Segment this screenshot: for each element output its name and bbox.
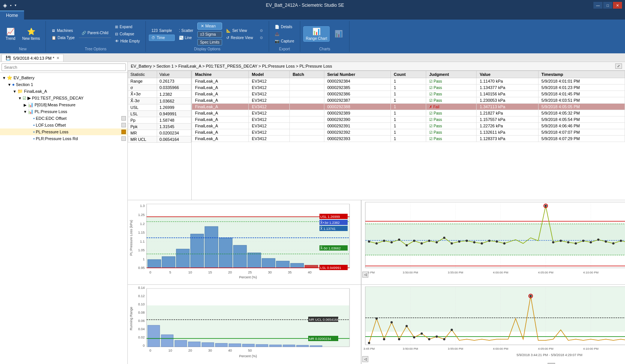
gear-button[interactable]: ⚙ bbox=[257, 27, 266, 34]
sigma3-button[interactable]: ±3 Sigma bbox=[197, 31, 222, 38]
tree-item-ev-battery[interactable]: ▼ ⭐ EV_Battery bbox=[0, 74, 127, 81]
tree-item-finalleak[interactable]: ▼ 📁 FinalLeak_A bbox=[0, 88, 127, 95]
new-items-button[interactable]: ⭐ New Items bbox=[20, 26, 42, 42]
tree-item-section1[interactable]: ▼ ● Section 1 bbox=[0, 81, 127, 88]
spec-limits-button[interactable]: Spec Limits bbox=[197, 39, 222, 45]
tree-item-lof[interactable]: ▪ LOF:Loss Offset bbox=[0, 122, 127, 128]
svg-text:3:55:00 PM: 3:55:00 PM bbox=[448, 271, 463, 274]
svg-point-131 bbox=[473, 241, 475, 243]
tree-item-p01[interactable]: ▼ ☑ ▶ P01:TEST_PRESS_DECAY bbox=[0, 95, 127, 101]
data-type-button[interactable]: 📋 Data Type bbox=[49, 35, 77, 41]
section-icon: ● bbox=[12, 82, 15, 87]
svg-text:4:10:00 PM: 4:10:00 PM bbox=[583, 347, 599, 350]
expand-p018[interactable]: ▶ bbox=[23, 103, 28, 107]
line-label: Line bbox=[185, 36, 192, 40]
collapse-button[interactable]: ⊟ Collapse bbox=[112, 31, 142, 37]
document-tab[interactable]: 💾 5/9/2018 4:40:13 PM * ✕ bbox=[2, 54, 64, 62]
doc-tab-close[interactable]: ✕ bbox=[56, 56, 59, 60]
checkbox-p01[interactable]: ☑ bbox=[23, 96, 26, 101]
table-row[interactable]: FinalLeak_A EV3412 0000292391 1 ☑ Pass 1… bbox=[192, 123, 625, 129]
data-table: MachineModelBatchSerial NumberCountJudgm… bbox=[192, 71, 625, 142]
column-header: Count bbox=[390, 71, 426, 78]
parent-child-button[interactable]: 🔗 Parent-Child bbox=[79, 30, 111, 36]
stat-name: X̄+3σ bbox=[128, 91, 157, 98]
table-row[interactable]: FinalLeak_A EV3412 0000292392 1 ☑ Pass 1… bbox=[192, 129, 625, 136]
stat-name: MR UCL bbox=[128, 136, 157, 143]
svg-rect-76 bbox=[229, 344, 241, 347]
details-button[interactable]: 📄 Details bbox=[272, 24, 297, 30]
table-row[interactable]: FinalLeak_A EV3412 0000292393 1 ☑ Pass 1… bbox=[192, 136, 625, 142]
svg-text:0.02: 0.02 bbox=[138, 335, 145, 339]
ribbon-group-export-content: 📄 Details 📤 📷 Capture bbox=[272, 22, 297, 46]
expand-button[interactable]: ⊞ Expand bbox=[112, 24, 142, 30]
machine-cell: FinalLeak_A bbox=[192, 78, 249, 85]
time-button[interactable]: ⏱ Time bbox=[149, 35, 175, 41]
tree-item-pl-leaf[interactable]: ▪ PL:Pressure Loss bbox=[0, 128, 127, 135]
table-row[interactable]: FinalLeak_A EV3412 0000292387 1 ☑ Pass 1… bbox=[192, 97, 625, 104]
expand-finalleak[interactable]: ▼ bbox=[12, 89, 17, 94]
svg-text:1.15: 1.15 bbox=[138, 231, 145, 234]
sample-button[interactable]: 123 Sample bbox=[149, 27, 175, 34]
svg-point-134 bbox=[496, 240, 498, 243]
table-row[interactable]: FinalLeak_A EV3412 0000292384 1 ☑ Pass 1… bbox=[192, 78, 625, 85]
timestamp-cell: 5/9/2018 4:03:51 PM bbox=[538, 97, 625, 104]
svg-point-188 bbox=[375, 317, 378, 320]
table-row[interactable]: FinalLeak_A EV3412 0000292386 1 ☑ Pass 1… bbox=[192, 91, 625, 97]
tree-label-finalleak: FinalLeak_A bbox=[24, 89, 47, 94]
mean-button[interactable]: ✕ Mean bbox=[197, 23, 222, 30]
tab-home[interactable]: Home bbox=[0, 11, 24, 20]
scatter-button[interactable]: ⁚ Scatter bbox=[176, 27, 196, 34]
table-row[interactable]: FinalLeak_A EV3412 0000292389 1 ☑ Pass 1… bbox=[192, 110, 625, 116]
tree-item-edc[interactable]: ▪ EDC:EDC Offset bbox=[0, 115, 127, 122]
tree-item-p018[interactable]: ▶ 📊 P[018]:Meas Pressure bbox=[0, 101, 127, 108]
parent-child-icon: 🔗 bbox=[82, 31, 86, 35]
machines-button[interactable]: 🖥 Machines bbox=[49, 27, 77, 34]
set-view-button[interactable]: 📐 Set View bbox=[224, 27, 256, 34]
options-button2[interactable]: ⚙ bbox=[257, 35, 266, 41]
range-chart-button[interactable]: 📊 Range Chart bbox=[303, 26, 330, 42]
tree-item-plr[interactable]: ▪ PLR:Pressure Loss Rd bbox=[0, 135, 127, 142]
machine-cell: FinalLeak_A bbox=[192, 129, 249, 136]
expand-ev-battery[interactable]: ▼ bbox=[2, 76, 7, 80]
expand-pl[interactable]: ▼ bbox=[23, 110, 28, 114]
mean-icon: ✕ bbox=[201, 24, 204, 28]
quick-access-dropdown[interactable]: ▾ bbox=[15, 3, 17, 7]
tree-item-pl-parent[interactable]: ▼ 📊 PL:Pressure Loss bbox=[0, 108, 127, 115]
search-input[interactable] bbox=[2, 63, 126, 71]
expand-section1[interactable]: ▼ bbox=[7, 83, 12, 87]
table-row[interactable]: FinalLeak_A EV3412 0000292388 1 ✗ Fail 1… bbox=[192, 104, 625, 110]
table-row[interactable]: FinalLeak_A EV3412 0000292390 1 ☑ Pass 1… bbox=[192, 116, 625, 123]
svg-rect-98 bbox=[365, 224, 625, 255]
svg-point-128 bbox=[451, 242, 453, 245]
batch-cell bbox=[289, 136, 324, 142]
table-row[interactable]: FinalLeak_A EV3412 0000292385 1 ☑ Pass 1… bbox=[192, 85, 625, 91]
svg-text:USL 1.26999: USL 1.26999 bbox=[320, 215, 340, 219]
stats-row: X̄+3σ1.2382 bbox=[128, 91, 191, 98]
chart-scroll-btn-top[interactable]: ◁ bbox=[362, 272, 368, 278]
line-button[interactable]: 📉 Line bbox=[176, 35, 196, 41]
pass-badge: ☑ Pass bbox=[429, 130, 442, 134]
judgment-cell: ☑ Pass bbox=[426, 97, 476, 104]
pl-leaf-indicator bbox=[121, 130, 126, 134]
charts-area: 0.95 1 1.05 1.1 1.15 1.2 1.25 1.3 bbox=[128, 200, 625, 364]
app-icon: ◈ bbox=[3, 2, 7, 8]
minimize-button[interactable]: — bbox=[593, 2, 602, 9]
serial-cell: 0000292387 bbox=[324, 97, 390, 104]
stats-table-container: Statistic Value Range0.26173σ0.0335966X̄… bbox=[128, 71, 192, 200]
chart-scroll-btn-bottom[interactable]: ◁ bbox=[362, 356, 368, 362]
stats-row: MR0.0200234 bbox=[128, 130, 191, 136]
lof-indicator bbox=[121, 123, 126, 127]
stats-row: LSL0.949991 bbox=[128, 111, 191, 117]
gear-icon: ⚙ bbox=[260, 29, 263, 33]
capture-button[interactable]: 📷 Capture bbox=[272, 38, 297, 44]
restore-view-button[interactable]: ↺ Restore View bbox=[224, 35, 256, 41]
maximize-button[interactable]: □ bbox=[603, 2, 612, 9]
hide-empty-button[interactable]: 👁 Hide Empty bbox=[112, 38, 142, 44]
expand-pane-button[interactable]: ⤢ bbox=[615, 63, 622, 69]
quick-access[interactable]: ▪ bbox=[10, 3, 12, 8]
svg-rect-73 bbox=[188, 342, 200, 347]
trend-button[interactable]: 📈 Trend bbox=[3, 26, 18, 42]
export2-button[interactable]: 📤 bbox=[272, 31, 297, 37]
close-button[interactable]: ✕ bbox=[613, 2, 622, 9]
expand-p01[interactable]: ▼ bbox=[17, 96, 23, 100]
